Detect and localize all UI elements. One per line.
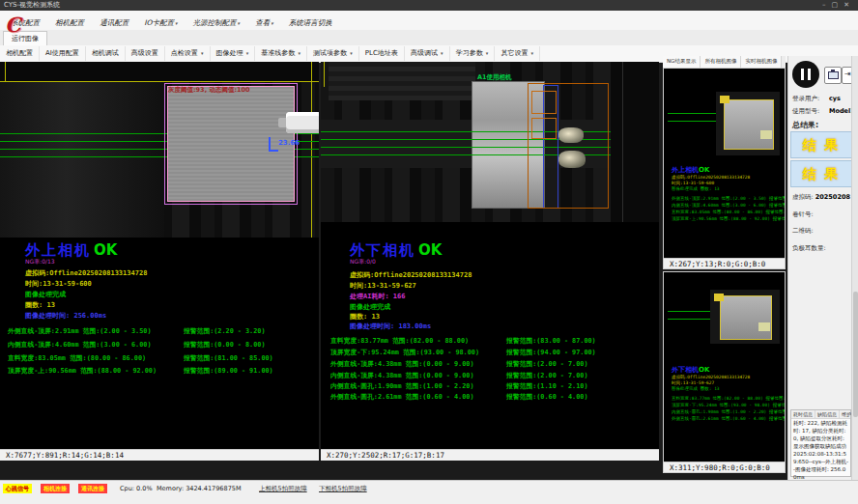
toolbar-other-settings[interactable]: 其它设置 ▾ [495,46,540,61]
right-cursor-coords: X:270;Y:2502;R:17;G:17;B:17 [321,449,659,461]
comm-connect-badge: 通讯连接 [78,484,107,493]
metal-tab [558,151,586,168]
login-user-label: 登录用户: [792,95,819,103]
measure-row: 内侧直线-顶屏:4.60mm 范围:(3.00 - 6.00) [8,340,152,350]
camera-icon [831,70,835,71]
toolbar-image-processing[interactable]: 图像处理 ▾ [211,46,256,61]
thumbnail-view-bottom[interactable]: 外下相机OK 虚拟码:Offline20250208133134728 时间:1… [663,271,786,473]
log-tab-timing[interactable]: 耗时信息 [791,410,815,418]
panel-scrollbar[interactable] [851,56,858,480]
measure-row: 顶屏宽度-上:90.56mm 范围:(88.00 - 92.00) [8,366,157,376]
control-panel: ⇥ 登录用户: cys 使用型号: Model1 总结果: 结 果 结 果 虚拟… [787,56,858,480]
measure-row: 直料宽度:83.05mm 范围:(80.00 - 86.00) [8,353,146,363]
cpu-usage-text: Cpu: 0.0% [120,485,153,492]
toolbar-test-params[interactable]: 测试项参数 ▾ [307,46,359,61]
alarm-range: 报警范围:(0.00 - 8.00) [184,340,265,350]
title-bar: CYS-视觉检测系统 –▢✕ [0,0,858,11]
toolbar-advanced-debug[interactable]: 高级调试 ▾ [405,46,450,61]
thumb-info-line: 图像处理完成 圈数: 13 [672,386,720,391]
minimize-button[interactable]: – [822,1,832,9]
alarm-range: 报警范围:(0.60 - 4.00) [506,392,587,402]
left-camera-view: 灰度阈值:93, 动态阈值:100 23.66 外上相机OK NG率:0/13 … [0,62,319,461]
chevron-down-icon: ▾ [271,20,273,26]
right-camera-canvas[interactable]: A1使用相机 [321,62,659,222]
toolbar-ai-config[interactable]: AI使用配置 [40,46,86,61]
measure-row: 外侧直线-顶屏:4.38mm 范围:(0.00 - 9.00) [330,359,474,369]
alarm-range: 报警范围:(2.00 - 7.00) [506,359,587,369]
close-button[interactable]: ✕ [844,1,855,9]
camera-capture-button[interactable] [824,67,842,84]
ng-rate-text: NG率:0/13 [25,258,55,266]
thumb-tab-live[interactable]: 实时相机图像 [741,56,782,68]
measure-row: 内侧直线-圆孔:1.90mm 范围:(1.00 - 2.20) [330,381,474,391]
chevron-down-icon: ▾ [441,50,443,56]
upper-camera-fault-text: 上相机5拍照故障 [259,485,307,493]
toolbar-camera-config[interactable]: 相机配置 [0,46,40,61]
chevron-down-icon: ▾ [246,50,249,56]
measure-marker [269,137,278,152]
maximize-button[interactable]: ▢ [832,1,844,9]
pause-button[interactable] [792,61,819,88]
menu-bar: C 系统配置 相机配置 通讯配置 IO卡配置▾ 光源控制配置▾ 查看▾ 系统语言… [0,11,858,31]
tab-strip: 运行图像 [0,30,858,46]
heartbeat-status-badge: 心跳信号 [3,484,32,493]
chevron-down-icon: ▾ [299,50,301,56]
thumb-measure-row: 内侧直线-圆孔:1.90mm 范围:(1.00 - 2.20) 报警范围:(1.… [672,409,786,414]
thumb-measure-row: 直料宽度:83.05mm 范围:(80.00 - 86.00) 报警范围:(81… [672,210,786,214]
app-window: CYS-视觉检测系统 –▢✕ C 系统配置 相机配置 通讯配置 IO卡配置▾ 光… [0,0,858,504]
log-box: 耗时信息 缺陷信息 维护信息 耗时: 222, 缺陷检测耗时: 17, 缺陷分类… [790,409,851,477]
thumb-info-line: 虚拟码:Offline20250208133134728 [672,175,750,180]
status-bar: 心跳信号 相机连接 通讯连接 Cpu: 0.0% Memory: 3424.41… [0,480,858,504]
alarm-range: 报警范围:(94.00 - 97.00) [506,348,596,357]
thumb-measure-row: 外侧直线-圆孔:2.61mm 范围:(0.60 - 4.00) 报警范围:(0.… [672,416,786,421]
probe-object [286,112,319,133]
toolbar-baseline-params[interactable]: 基准线参数 ▾ [255,46,307,61]
info-line: 虚拟码:Offline20250208133134728 [350,270,472,280]
info-line: 圈数: 13 [350,312,380,322]
roi-orange-rectangle [531,118,557,139]
pin-number-label: 卷针号: [792,210,814,219]
scrollbar-thumb[interactable] [853,292,858,417]
thumb-part-image [710,290,780,344]
chevron-down-icon: ▾ [486,50,489,56]
thumb-info-line: 图像处理完成 圈数: 13 [672,186,720,191]
left-camera-canvas[interactable]: 灰度阈值:93, 动态阈值:100 23.66 [0,62,319,238]
qr-code-label: 二维码: [792,227,814,236]
left-cursor-coords: X:7677;Y:891;R:14;G:14;B:14 [0,449,319,461]
alarm-range: 报警范围:(1.10 - 2.10) [506,381,587,391]
negative-tab-count-label: 负极耳数量: [792,244,826,253]
toolbar-spot-check[interactable]: 点检设置 ▾ [165,46,211,61]
toolbar-advanced-settings[interactable]: 高级设置 [126,46,165,61]
app-logo-icon: C [5,13,21,38]
thumb-measure-row: 直料宽度:83.77mm 范围:(82.00 - 88.00) 报警范围:(83… [672,396,786,401]
chevron-down-icon: ▾ [201,50,204,56]
measure-row: 内侧直线-顶屏:4.38mm 范围:(0.00 - 9.00) [330,371,474,380]
measure-row: 顶屏宽度-下:95.24mm 范围:(93.00 - 98.00) [330,348,479,357]
alarm-range: 报警范围:(89.00 - 91.00) [184,366,273,376]
info-line: 处理AI耗时: 166 [350,292,406,301]
model-label: 使用型号: [792,107,819,116]
camera-connect-badge: 相机连接 [41,484,70,493]
info-line: 时间:13-31-59-600 [25,279,92,289]
overlay-yellow-hline [0,81,319,82]
toolbar-learning-params[interactable]: 学习参数 ▾ [450,46,496,61]
thumb-tab-ng[interactable]: NG结果显示 [663,56,701,68]
pause-icon [808,69,811,80]
thumb-top-cursor-coords: X:267;Y:13;R:0;G:0;B:0 [664,258,785,269]
thumbnail-view-top[interactable]: 外上相机OK 虚拟码:Offline20250208133134728 时间:1… [663,68,786,269]
measure-row: 外侧直线-顶屏:2.91mm 范围:(2.00 - 3.50) [8,326,152,336]
thumb-tab-all-cameras[interactable]: 所有相机图像 [701,56,741,68]
window-title: CYS-视觉检测系统 [0,1,60,9]
log-tab-defect[interactable]: 缺陷信息 [815,410,840,418]
alarm-range: 报警范围:(2.20 - 3.20) [184,326,265,336]
roi-orange-rectangle [531,91,557,114]
metal-tab [558,127,584,143]
toolbar-camera-debug[interactable]: 相机调试 [86,46,126,61]
info-line: 时间:13-31-59-627 [350,281,416,291]
result-ok-text: OK [94,241,117,259]
info-line: 图像处理完成 [25,290,66,299]
virtual-code-label: 虚拟码: 20250208 [792,193,850,202]
thumb-info-line: 时间:13-31-59-627 [672,380,714,385]
camera-icon [828,71,839,79]
toolbar-plc-table[interactable]: PLC地址表 [359,46,405,61]
